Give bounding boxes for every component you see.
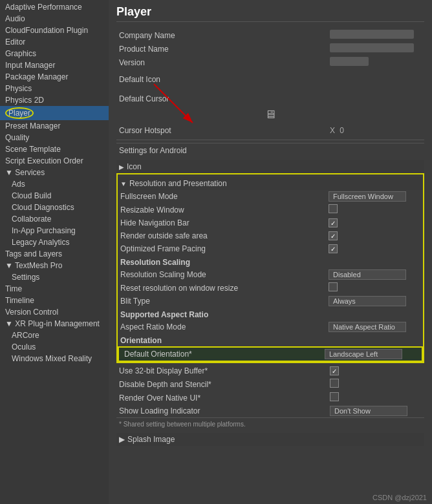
blit-type-dropdown[interactable]: Always	[329, 296, 406, 306]
sidebar-item-physics2d[interactable]: Physics 2D	[0, 94, 109, 106]
sidebar-item-graphics[interactable]: Graphics	[0, 48, 109, 59]
default-orientation-dropdown[interactable]: Landscape Left	[325, 349, 402, 359]
resolution-section-label: Resolution and Presentation	[129, 179, 227, 188]
supported-aspect-label: Supported Aspect Ratio	[118, 308, 423, 320]
aspect-ratio-mode-dropdown[interactable]: Native Aspect Ratio	[329, 322, 406, 332]
sidebar-item-ads[interactable]: Ads	[0, 178, 109, 190]
render-over-native-row: Render Over Native UI*	[116, 391, 424, 404]
hide-nav-label: Hide Navigation Bar	[118, 218, 326, 227]
blit-type-row: Blit Type Always	[118, 295, 423, 308]
optimized-frame-checkbox[interactable]	[329, 244, 338, 253]
sidebar-item-packagemanager[interactable]: Package Manager	[0, 71, 109, 83]
sidebar-item-presetmanager[interactable]: Preset Manager	[0, 120, 109, 132]
disable-depth-row: Disable Depth and Stencil*	[116, 377, 424, 391]
render-safe-area-checkbox[interactable]	[329, 231, 338, 240]
sidebar-item-collaborate[interactable]: Collaborate	[0, 213, 109, 225]
sidebar-item-inputmanager[interactable]: Input Manager	[0, 59, 109, 71]
reset-resolution-label: Reset resolution on window resize	[118, 284, 326, 293]
product-name-label: Product Name	[116, 45, 327, 54]
sidebar-item-cloudfoundation[interactable]: CloudFoundation Plugin	[0, 25, 109, 36]
hide-nav-checkbox[interactable]	[329, 218, 338, 227]
resolution-section-header[interactable]: ▼ Resolution and Presentation	[118, 177, 423, 190]
render-safe-area-label: Render outside safe area	[118, 231, 326, 240]
sidebar-item-cloudbuild[interactable]: Cloud Build	[0, 190, 109, 202]
default-icon-row: Default Icon	[116, 73, 424, 86]
platform-header: Settings for Android	[116, 143, 424, 158]
reset-resolution-checkbox[interactable]	[329, 282, 338, 291]
resolution-expand-icon: ▼	[120, 180, 127, 187]
resolution-section: ▼ Resolution and Presentation Fullscreen…	[116, 173, 424, 363]
icon-section-header[interactable]: ▶ Icon	[116, 160, 424, 173]
product-name-row: Product Name	[116, 42, 424, 56]
aspect-ratio-mode-label: Aspect Ratio Mode	[118, 322, 326, 331]
show-loading-label: Show Loading Indicator	[116, 406, 327, 415]
splash-section-header[interactable]: ▶ Splash Image	[116, 433, 424, 446]
sidebar-item-scriptexecution[interactable]: Script Execution Order	[0, 155, 109, 167]
show-loading-dropdown[interactable]: Don't Show	[330, 406, 407, 416]
sidebar-item-inapppurchasing[interactable]: In-App Purchasing	[0, 225, 109, 236]
default-icon-label: Default Icon	[116, 75, 327, 84]
sidebar-item-arcore[interactable]: ARCore	[0, 330, 109, 341]
sidebar-item-windowsmixedreality[interactable]: Windows Mixed Reality	[0, 353, 109, 364]
optimized-frame-row: Optimized Frame Pacing	[118, 242, 423, 255]
cursor-hotspot-value: 0	[340, 126, 344, 135]
reset-resolution-row: Reset resolution on window resize	[118, 281, 423, 295]
sidebar-item-textmeshsettings[interactable]: Settings	[0, 271, 109, 283]
page-title: Player	[116, 5, 424, 22]
splash-section-label: Splash Image	[127, 435, 175, 444]
sidebar-item-adaptive[interactable]: Adaptive Performance	[0, 1, 109, 13]
resolution-scaling-label: Resolution Scaling	[118, 255, 423, 268]
monitor-icon: 🖥	[116, 105, 424, 124]
version-label: Version	[116, 58, 327, 67]
splash-expand-icon: ▶	[119, 435, 125, 444]
fullscreen-mode-dropdown[interactable]: Fullscreen Window	[329, 191, 406, 202]
sidebar-item-physics[interactable]: Physics	[0, 83, 109, 94]
default-orientation-label: Default Orientation*	[122, 350, 322, 359]
sidebar-item-player[interactable]: Player	[0, 106, 109, 120]
sidebar-item-timeline[interactable]: Timeline	[0, 295, 109, 306]
sidebar-item-versioncontrol[interactable]: Version Control	[0, 306, 109, 318]
sidebar-item-quality[interactable]: Quality	[0, 132, 109, 143]
sidebar: Adaptive Performance Audio CloudFoundati…	[0, 0, 109, 504]
fullscreen-mode-label: Fullscreen Mode	[118, 192, 326, 201]
resizable-window-label: Resizable Window	[118, 205, 326, 215]
disable-depth-label: Disable Depth and Stencil*	[116, 380, 327, 389]
company-name-value	[330, 30, 414, 39]
render-over-native-checkbox[interactable]	[330, 392, 339, 401]
fullscreen-mode-row: Fullscreen Mode Fullscreen Window	[118, 190, 423, 203]
version-value	[330, 57, 369, 66]
default-cursor-label: Default Cursor	[116, 94, 327, 103]
sidebar-item-oculus[interactable]: Oculus	[0, 341, 109, 353]
sidebar-item-scenetemplate[interactable]: Scene Template	[0, 143, 109, 155]
sidebar-item-audio[interactable]: Audio	[0, 13, 109, 25]
render-over-native-label: Render Over Native UI*	[116, 394, 327, 403]
resizable-window-checkbox[interactable]	[329, 204, 338, 213]
company-name-label: Company Name	[116, 31, 327, 40]
sidebar-item-textmeshpro[interactable]: ▼ TextMesh Pro	[0, 260, 109, 271]
use-32bit-label: Use 32-bit Display Buffer*	[116, 366, 327, 375]
sidebar-item-services[interactable]: ▼ Services	[0, 167, 109, 178]
use-32bit-row: Use 32-bit Display Buffer*	[116, 364, 424, 377]
sidebar-item-editor[interactable]: Editor	[0, 36, 109, 48]
disable-depth-checkbox[interactable]	[330, 379, 339, 388]
show-loading-row: Show Loading Indicator Don't Show	[116, 404, 424, 417]
optimized-frame-label: Optimized Frame Pacing	[118, 244, 326, 253]
blit-type-label: Blit Type	[118, 297, 326, 306]
version-row: Version	[116, 56, 424, 69]
sidebar-item-legacyanalytics[interactable]: Legacy Analytics	[0, 236, 109, 248]
resolution-scaling-mode-label: Resolution Scaling Mode	[118, 270, 326, 279]
main-content: Player Company Name Product Name Version…	[109, 0, 432, 504]
sidebar-item-time[interactable]: Time	[0, 283, 109, 295]
aspect-ratio-mode-row: Aspect Ratio Mode Native Aspect Ratio	[118, 320, 423, 333]
resolution-scaling-mode-dropdown[interactable]: Disabled	[329, 269, 406, 280]
use-32bit-checkbox[interactable]	[330, 366, 339, 375]
sidebar-item-xrplugin[interactable]: ▼ XR Plug-in Management	[0, 318, 109, 330]
resolution-scaling-mode-row: Resolution Scaling Mode Disabled	[118, 268, 423, 281]
company-name-row: Company Name	[116, 28, 424, 42]
product-name-value	[330, 43, 414, 52]
sidebar-item-tagsandlayers[interactable]: Tags and Layers	[0, 248, 109, 260]
sidebar-item-clouddiagnostics[interactable]: Cloud Diagnostics	[0, 202, 109, 213]
orientation-label: Orientation	[118, 333, 423, 346]
watermark: CSDN @dzj2021	[373, 494, 427, 501]
render-safe-area-row: Render outside safe area	[118, 229, 423, 242]
